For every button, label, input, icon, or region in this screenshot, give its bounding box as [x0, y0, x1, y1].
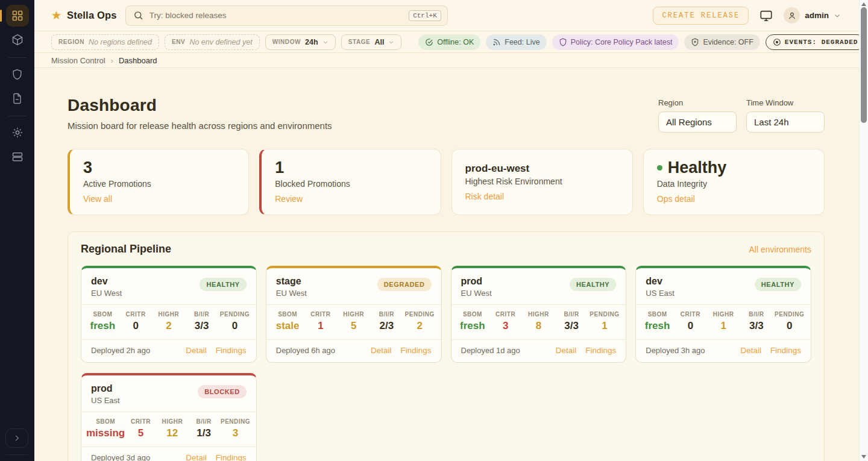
pending-value: 1 — [588, 320, 621, 332]
app-logo[interactable]: ★ Stella Ops — [51, 8, 117, 22]
policy-status-pill[interactable]: Policy: Core Policy Pack latest — [552, 34, 679, 50]
gear-icon — [11, 127, 24, 139]
pipeline-card-dev-eu-west: dev EU West HEALTHY SBOMfresh CRITR0 HIG… — [81, 266, 257, 363]
sbom-value: stale — [271, 320, 304, 332]
green-status-dot — [657, 165, 662, 171]
col-sbom: SBOM — [86, 311, 119, 318]
col-bir: B/I/R — [370, 311, 403, 318]
deployed-text: Deployed 6h ago — [276, 346, 335, 355]
pipeline-grid: dev EU West HEALTHY SBOMfresh CRITR0 HIG… — [81, 266, 811, 461]
region-select[interactable]: All Regions — [658, 111, 737, 133]
col-highr: HIGHR — [707, 311, 740, 318]
detail-link[interactable]: Detail — [740, 346, 761, 355]
col-highr: HIGHR — [157, 418, 188, 425]
detail-link[interactable]: Detail — [556, 346, 577, 355]
scrollbar-down-arrow[interactable] — [861, 455, 866, 459]
status-badge: HEALTHY — [200, 278, 246, 291]
sidebar-expand-button[interactable] — [5, 428, 28, 448]
col-critr: CRITR — [125, 418, 156, 425]
breadcrumb-current: Dashboard — [119, 56, 157, 65]
env-filter-value: No env defined yet — [189, 38, 252, 46]
findings-link[interactable]: Findings — [216, 453, 247, 461]
sidebar-item-infrastructure[interactable] — [6, 146, 29, 168]
sidebar-divider — [8, 57, 27, 58]
offline-status-pill[interactable]: Offline: OK — [418, 34, 480, 50]
detail-link[interactable]: Detail — [371, 346, 392, 355]
region-filter-label: REGION — [58, 39, 84, 45]
stat-label: Active Promotions — [83, 179, 235, 189]
findings-link[interactable]: Findings — [585, 346, 616, 355]
evidence-status-pill[interactable]: Evidence: OFF — [684, 34, 760, 50]
review-link[interactable]: Review — [275, 194, 303, 204]
sidebar-item-security[interactable] — [6, 63, 29, 85]
window-filter-chip[interactable]: WINDOW 24h — [265, 34, 336, 50]
panel-title: Regional Pipeline — [81, 243, 171, 256]
stage-filter-chip[interactable]: STAGE All — [341, 34, 402, 50]
stat-label: Blocked Promotions — [275, 179, 427, 189]
global-search[interactable]: Ctrl+K — [125, 5, 448, 26]
env-name: stage — [276, 276, 307, 287]
highr-value: 5 — [337, 320, 370, 332]
col-highr: HIGHR — [522, 311, 555, 318]
sidebar-item-documents[interactable] — [6, 87, 29, 109]
env-filter-chip[interactable]: ENV No env defined yet — [165, 34, 260, 50]
pipeline-card-prod-us-east: prod US East BLOCKED SBOMmissing CRITR5 … — [81, 373, 257, 461]
stat-label: Data Integrity — [657, 179, 811, 189]
findings-link[interactable]: Findings — [770, 346, 801, 355]
page-subtitle: Mission board for release health across … — [68, 121, 332, 131]
col-sbom: SBOM — [271, 311, 304, 318]
target-icon — [773, 38, 781, 46]
search-input[interactable] — [149, 11, 403, 20]
scrollbar-up-arrow[interactable] — [861, 2, 866, 6]
view-all-link[interactable]: View all — [83, 194, 112, 204]
events-status-pill[interactable]: EVENTS: DEGRADED — [766, 34, 866, 50]
col-pending: PENDING — [588, 311, 621, 318]
sbom-value: missing — [86, 427, 125, 439]
bir-value: 3/3 — [185, 320, 218, 332]
create-release-button[interactable]: CREATE RELEASE — [653, 7, 749, 25]
window-filter-label: WINDOW — [272, 39, 301, 45]
scrollbar[interactable] — [859, 0, 868, 461]
sidebar-item-settings[interactable] — [6, 122, 29, 143]
region-select-value: All Regions — [666, 117, 712, 127]
chevron-separator-icon: › — [111, 56, 113, 65]
bir-value: 3/3 — [740, 320, 773, 332]
col-sbom: SBOM — [456, 311, 489, 318]
search-icon — [133, 10, 143, 20]
time-window-select[interactable]: Last 24h — [746, 111, 825, 133]
findings-link[interactable]: Findings — [400, 346, 431, 355]
col-sbom: SBOM — [641, 311, 674, 318]
shield-icon — [11, 69, 23, 80]
sidebar-item-releases[interactable] — [6, 29, 29, 51]
shield-x-icon — [691, 38, 699, 46]
breadcrumb: Mission Control › Dashboard — [34, 53, 859, 68]
risk-detail-link[interactable]: Risk detail — [465, 192, 505, 201]
breadcrumb-parent[interactable]: Mission Control — [51, 56, 105, 65]
detail-link[interactable]: Detail — [186, 346, 207, 355]
content-column: ★ Stella Ops Ctrl+K CREATE RELEASE admin — [34, 0, 859, 461]
findings-link[interactable]: Findings — [216, 346, 247, 355]
time-window-select-label: Time Window — [746, 98, 825, 107]
bir-value: 3/3 — [555, 320, 588, 332]
user-menu[interactable]: admin — [784, 7, 841, 24]
sidebar-item-dashboard[interactable] — [6, 5, 29, 27]
region-filter-chip[interactable]: REGION No regions defined — [51, 34, 159, 50]
scrollbar-thumb[interactable] — [861, 7, 867, 123]
col-critr: CRITR — [304, 311, 338, 318]
window-filter-value: 24h — [305, 38, 318, 46]
pending-value: 0 — [218, 320, 251, 332]
detail-link[interactable]: Detail — [186, 453, 207, 461]
topbar-actions: CREATE RELEASE admin — [653, 7, 841, 25]
col-bir: B/I/R — [188, 418, 219, 425]
pending-value: 2 — [403, 320, 436, 332]
app-name: Stella Ops — [67, 10, 117, 21]
all-environments-link[interactable]: All environments — [749, 245, 812, 254]
feed-status-pill[interactable]: Feed: Live — [486, 34, 546, 50]
highr-value: 1 — [707, 320, 740, 332]
status-badge: BLOCKED — [198, 385, 247, 398]
server-icon — [11, 151, 24, 163]
critr-value: 0 — [119, 320, 153, 332]
evidence-status-label: Evidence: OFF — [703, 38, 753, 46]
ops-detail-link[interactable]: Ops detail — [657, 194, 695, 204]
display-mode-button[interactable] — [760, 9, 773, 22]
